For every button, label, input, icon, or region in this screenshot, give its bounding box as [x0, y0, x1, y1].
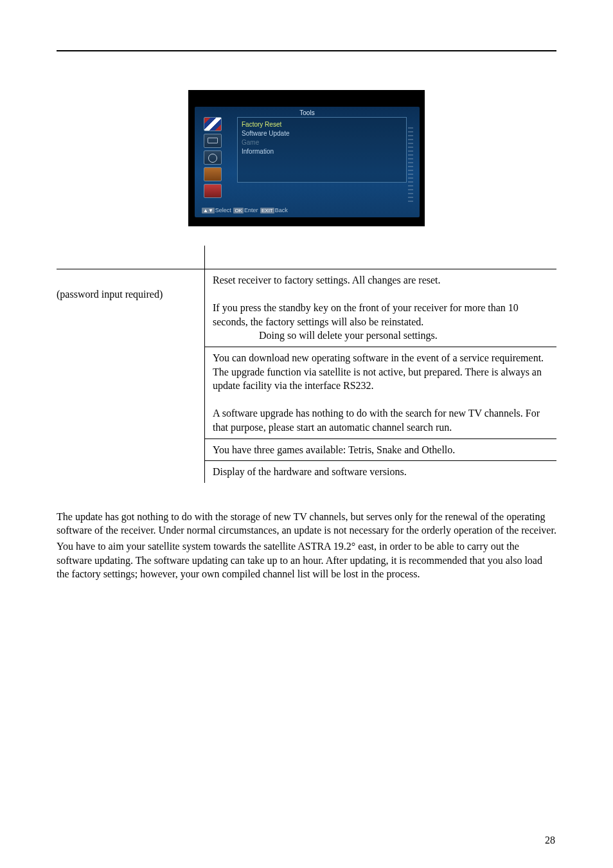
screenshot-sidebar — [204, 117, 226, 198]
menu-item-factory-reset: Factory Reset — [242, 120, 402, 129]
page-number: 28 — [545, 835, 555, 846]
body-p1: The update has got nothing to do with th… — [57, 510, 556, 538]
menu-item-software-update: Software Update — [242, 129, 402, 138]
screenshot-hint: ▲▼Select OKEnter EXITBack — [201, 207, 288, 213]
left-cell-password-note: (password input required) — [57, 269, 204, 347]
factory-reset-note: Doing so will delete your personal setti… — [213, 329, 553, 343]
screenshot-title: Tools — [195, 109, 420, 116]
screenshot-container: Tools Factory Reset Software Update Game… — [57, 90, 556, 226]
clock-icon — [204, 184, 222, 198]
information-desc: Display of the hardware and software ver… — [204, 461, 556, 483]
menu-item-information: Information — [242, 147, 402, 156]
body-p2: You have to aim your satellite system to… — [57, 539, 556, 581]
games-desc: You have three games available: Tetris, … — [204, 439, 556, 461]
software-update-desc-2: A software upgrade has nothing to do wit… — [213, 406, 553, 434]
vertical-stub — [204, 246, 269, 269]
tv-icon — [204, 134, 222, 148]
body-paragraphs: The update has got nothing to do with th… — [57, 510, 556, 581]
tv-screenshot: Tools Factory Reset Software Update Game… — [188, 90, 425, 226]
flag-uk-icon — [204, 117, 222, 131]
header-rule — [57, 50, 556, 51]
software-update-desc-1: You can download new operating software … — [213, 351, 553, 393]
factory-reset-desc-2: If you press the standby key on the fron… — [213, 301, 553, 329]
menu-item-game: Game — [242, 138, 402, 147]
factory-reset-desc-1: Reset receiver to factory settings. All … — [213, 273, 553, 287]
dish-icon — [204, 150, 222, 165]
rack-graphic — [408, 125, 413, 202]
feature-table: (password input required) Reset receiver… — [57, 269, 556, 483]
toolbox-icon — [204, 167, 222, 181]
screenshot-menu: Factory Reset Software Update Game Infor… — [237, 117, 407, 183]
